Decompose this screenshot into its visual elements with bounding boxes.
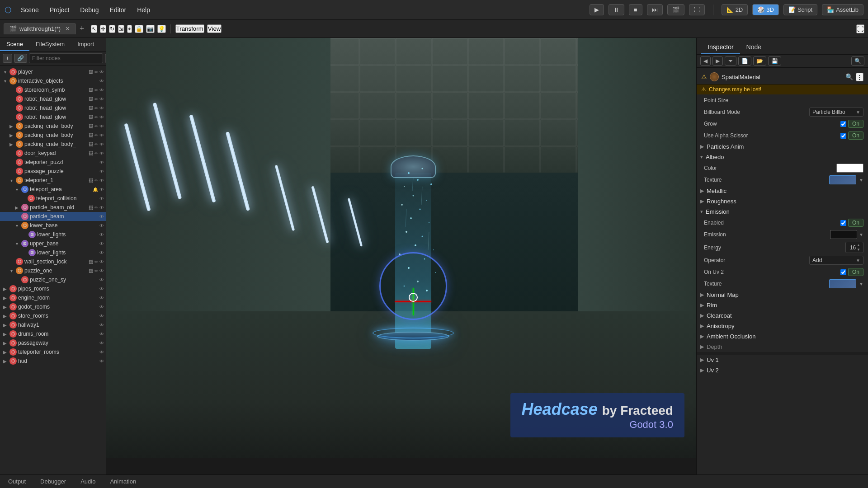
viewport-content[interactable]: [ Perspective ] xyxy=(106,38,696,458)
operator-dropdown[interactable]: Add ▼ xyxy=(809,256,863,265)
stop-button[interactable]: ■ xyxy=(629,4,642,15)
assetlib-button[interactable]: 🏪 AssetLib xyxy=(822,4,863,15)
tree-item-interactive-objects[interactable]: ▾ ⬡ interactive_objects 👁 xyxy=(0,76,106,85)
inspector-new-button[interactable]: 📄 xyxy=(738,56,751,66)
albedo-color-swatch[interactable] xyxy=(836,164,863,173)
editor-tab-walkthrough[interactable]: 🎬 walkthrough1(*) ✕ xyxy=(4,23,76,34)
grow-checkbox[interactable] xyxy=(840,121,846,127)
tree-item-lower-lights-2[interactable]: ⊠ lower_lights 👁 xyxy=(0,248,106,257)
animation-tab[interactable]: Animation xyxy=(106,477,140,486)
audio-tab[interactable]: Audio xyxy=(77,477,99,486)
tree-item-godot-rooms[interactable]: ▶ ⬡ godot_rooms 👁 xyxy=(0,302,106,311)
tree-item-robot-head-1[interactable]: ⬡ robot_head_glow 🖼 ✏ 👁 xyxy=(0,94,106,103)
uv2-section[interactable]: ▶ Uv 2 xyxy=(697,365,868,375)
viewport-tool-move[interactable]: ✛ xyxy=(100,25,106,33)
inspector-back-button[interactable]: ◀ xyxy=(700,56,711,66)
inspector-forward-button[interactable]: ▶ xyxy=(712,56,723,66)
tree-item-particle-beam-old[interactable]: ▶ ⬡ particle_beam_old 🖼 ✏ 👁 xyxy=(0,203,106,212)
anisotropy-section[interactable]: ▶ Anisotropy xyxy=(697,321,868,331)
billboard-mode-dropdown[interactable]: Particle Billbo ▼ xyxy=(809,108,863,117)
viewport-tool-scale[interactable]: ⇲ xyxy=(118,25,124,33)
uv1-section[interactable]: ▶ Uv 1 xyxy=(697,355,868,365)
tree-item-drums-room[interactable]: ▶ ⬡ drums_room 👁 xyxy=(0,329,106,338)
view-menu[interactable]: View xyxy=(207,24,222,33)
tree-item-hallway1[interactable]: ▶ ⬡ hallway1 👁 xyxy=(0,320,106,329)
tree-item-store-rooms[interactable]: ▶ ⬡ store_rooms 👁 xyxy=(0,311,106,320)
viewport-tool-rotate[interactable]: ↻ xyxy=(109,25,115,33)
menu-scene[interactable]: Scene xyxy=(15,5,44,15)
emission-texture-expand-icon[interactable]: ▼ xyxy=(859,282,863,286)
tree-item-teleport-collision[interactable]: ⬡ teleport_collision 👁 xyxy=(0,194,106,203)
instance-button[interactable]: 🔗 xyxy=(14,54,27,63)
tree-item-lower-lights[interactable]: ⊠ lower_lights 👁 xyxy=(0,230,106,239)
tree-item-player[interactable]: ▾ ⬡ player 🖼 ✏ 👁 xyxy=(0,67,106,76)
material-expand-button[interactable]: ⋮ xyxy=(856,73,863,81)
scene-tab[interactable]: Scene xyxy=(0,38,29,51)
emission-energy-input[interactable]: 16 ▲ ▼ xyxy=(845,242,863,253)
albedo-texture-thumb[interactable] xyxy=(829,175,856,184)
tree-item-teleporter-rooms[interactable]: ▶ ⬡ teleporter_rooms 👁 xyxy=(0,347,106,357)
menu-debug[interactable]: Debug xyxy=(75,5,104,15)
2d-button[interactable]: 📐 2D xyxy=(722,4,748,15)
on-uv2-checkbox[interactable] xyxy=(840,269,846,275)
viewport-tool-camera[interactable]: 📷 xyxy=(146,25,155,33)
emission-texture-thumb[interactable] xyxy=(829,279,856,288)
tree-item-hud[interactable]: ▶ ⬡ hud 👁 xyxy=(0,357,106,366)
menu-project[interactable]: Project xyxy=(44,5,75,15)
normal-map-section[interactable]: ▶ Normal Map xyxy=(697,290,868,300)
viewport-tool-light[interactable]: 💡 xyxy=(157,25,166,33)
tree-item-wall-section-lock[interactable]: ⬡ wall_section_lock 🖼 ✏ 👁 xyxy=(0,257,106,266)
maximize-viewport[interactable]: ⛶ xyxy=(856,24,864,33)
add-node-button[interactable]: + xyxy=(3,54,12,63)
tree-item-packing-crate-1[interactable]: ▶ ⬡ packing_crate_body_ 🖼 ✏ 👁 xyxy=(0,122,106,131)
inspector-load-button[interactable]: 📂 xyxy=(753,56,766,66)
viewport-tool-lock[interactable]: 🔒 xyxy=(135,25,143,33)
material-search-icon[interactable]: 🔍 xyxy=(845,73,853,80)
node-tab[interactable]: Node xyxy=(740,41,768,54)
tree-item-pipes-rooms[interactable]: ▶ ⬡ pipes_rooms 👁 xyxy=(0,284,106,293)
tree-item-engine-room[interactable]: ▶ ⬡ engine_room 👁 xyxy=(0,293,106,302)
tree-item-passageway[interactable]: ▶ ⬡ passageway 👁 xyxy=(0,338,106,347)
output-tab[interactable]: Output xyxy=(5,477,29,486)
fullscreen-button[interactable]: ⛶ xyxy=(689,4,705,15)
albedo-section[interactable]: ▾ Albedo xyxy=(697,152,868,162)
script-button[interactable]: 📝 Script xyxy=(783,4,817,15)
play-button[interactable]: ▶ xyxy=(590,4,604,15)
tree-item-door-keypad[interactable]: ⬡ door_keypad 🖼 ✏ 👁 xyxy=(0,149,106,158)
tree-item-puzzle-one[interactable]: ▾ ⬡ puzzle_one 🖼 ✏ 👁 xyxy=(0,266,106,275)
viewport-tool-snap[interactable]: ⌖ xyxy=(127,25,132,33)
depth-section[interactable]: ▶ Depth xyxy=(697,342,868,352)
menu-help[interactable]: Help xyxy=(132,5,156,15)
tree-item-packing-crate-3[interactable]: ▶ ⬡ packing_crate_body_ 🖼 ✏ 👁 xyxy=(0,140,106,149)
emission-color-swatch[interactable] xyxy=(830,230,857,239)
tree-item-teleporter-puzzl[interactable]: ⬡ teleporter_puzzl 👁 xyxy=(0,158,106,167)
tree-item-robot-head-2[interactable]: ⬡ robot_head_glow 🖼 ✏ 👁 xyxy=(0,103,106,113)
inspector-save-button[interactable]: 💾 xyxy=(768,56,781,66)
tree-item-lower-base[interactable]: ▾ ⬡ lower_base 👁 xyxy=(0,221,106,230)
rim-section[interactable]: ▶ Rim xyxy=(697,300,868,310)
ambient-occlusion-section[interactable]: ▶ Ambient Occlusion xyxy=(697,331,868,342)
energy-down-icon[interactable]: ▼ xyxy=(857,248,860,252)
inspector-search-button[interactable]: 🔍 xyxy=(851,56,864,66)
tree-item-upper-base[interactable]: ▾ ⊠ upper_base 👁 xyxy=(0,239,106,248)
emission-enabled-checkbox[interactable] xyxy=(840,220,846,226)
debugger-tab[interactable]: Debugger xyxy=(37,477,70,486)
tree-item-storeroom-symb[interactable]: ⬡ storeroom_symb 🖼 ✏ 👁 xyxy=(0,85,106,94)
clearcoat-section[interactable]: ▶ Clearcoat xyxy=(697,310,868,321)
energy-stepper[interactable]: ▲ ▼ xyxy=(857,243,860,252)
tree-item-packing-crate-2[interactable]: ▶ ⬡ packing_crate_body_ 🖼 ✏ 👁 xyxy=(0,131,106,140)
metallic-section[interactable]: ▶ Metallic xyxy=(697,186,868,196)
tree-item-robot-head-3[interactable]: ⬡ robot_head_glow 🖼 ✏ 👁 xyxy=(0,113,106,122)
filesystem-tab[interactable]: FileSystem xyxy=(29,38,71,51)
transform-menu[interactable]: Transform xyxy=(175,24,204,33)
close-tab-button[interactable]: ✕ xyxy=(65,25,70,32)
tree-item-particle-beam[interactable]: ⬡ particle_beam 👁 xyxy=(0,212,106,221)
viewport-tool-select[interactable]: ↖ xyxy=(91,25,97,33)
filter-nodes-input[interactable] xyxy=(29,53,103,63)
movie-button[interactable]: 🎬 xyxy=(667,4,684,15)
energy-up-icon[interactable]: ▲ xyxy=(857,243,860,247)
roughness-section[interactable]: ▶ Roughness xyxy=(697,196,868,206)
particles-anim-section[interactable]: ▶ Particles Anim xyxy=(697,141,868,152)
alpha-scissor-checkbox[interactable] xyxy=(840,133,846,139)
inspector-tab[interactable]: Inspector xyxy=(701,41,740,54)
